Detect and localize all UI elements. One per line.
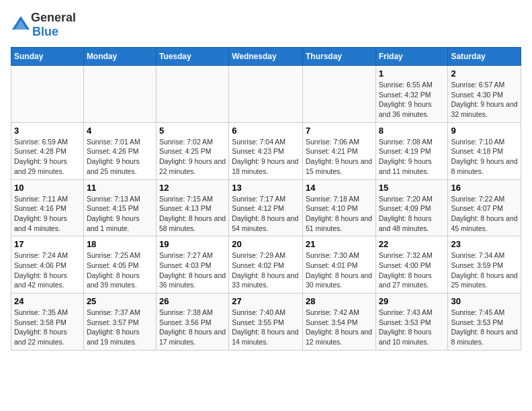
day-number: 16 xyxy=(451,183,518,193)
day-number: 26 xyxy=(159,296,226,306)
day-number: 15 xyxy=(379,183,445,193)
day-info: Sunrise: 7:27 AM Sunset: 4:03 PM Dayligh… xyxy=(159,250,226,290)
day-cell-1-7: 2Sunrise: 6:57 AM Sunset: 4:30 PM Daylig… xyxy=(448,66,521,123)
day-info: Sunrise: 7:43 AM Sunset: 3:53 PM Dayligh… xyxy=(379,308,445,347)
day-info: Sunrise: 7:18 AM Sunset: 4:10 PM Dayligh… xyxy=(306,194,373,234)
day-cell-3-3: 12Sunrise: 7:15 AM Sunset: 4:13 PM Dayli… xyxy=(156,179,228,236)
day-info: Sunrise: 6:55 AM Sunset: 4:32 PM Dayligh… xyxy=(379,80,445,120)
logo-general: General xyxy=(31,11,76,24)
day-info: Sunrise: 7:20 AM Sunset: 4:09 PM Dayligh… xyxy=(379,194,445,234)
day-info: Sunrise: 7:42 AM Sunset: 3:54 PM Dayligh… xyxy=(306,308,373,347)
day-number: 21 xyxy=(306,239,373,249)
week-row-1: 1Sunrise: 6:55 AM Sunset: 4:32 PM Daylig… xyxy=(11,66,521,123)
day-cell-5-1: 24Sunrise: 7:35 AM Sunset: 3:58 PM Dayli… xyxy=(11,293,84,351)
day-number: 29 xyxy=(379,296,445,306)
day-cell-4-7: 23Sunrise: 7:34 AM Sunset: 3:59 PM Dayli… xyxy=(448,236,521,293)
day-info: Sunrise: 7:11 AM Sunset: 4:16 PM Dayligh… xyxy=(14,194,81,234)
day-cell-3-1: 10Sunrise: 7:11 AM Sunset: 4:16 PM Dayli… xyxy=(11,179,84,236)
logo-blue: Blue xyxy=(32,25,58,38)
day-number: 8 xyxy=(379,126,445,136)
day-info: Sunrise: 7:38 AM Sunset: 3:56 PM Dayligh… xyxy=(159,308,226,347)
day-number: 27 xyxy=(232,296,300,306)
day-info: Sunrise: 7:15 AM Sunset: 4:13 PM Dayligh… xyxy=(159,194,226,234)
day-cell-3-2: 11Sunrise: 7:13 AM Sunset: 4:15 PM Dayli… xyxy=(83,179,156,236)
day-info: Sunrise: 7:32 AM Sunset: 4:00 PM Dayligh… xyxy=(379,250,445,290)
day-number: 22 xyxy=(379,239,445,249)
day-cell-2-6: 8Sunrise: 7:08 AM Sunset: 4:19 PM Daylig… xyxy=(375,122,448,179)
day-cell-1-5 xyxy=(302,66,375,123)
weekday-header-friday: Friday xyxy=(375,48,448,66)
day-number: 30 xyxy=(451,296,518,306)
week-row-3: 10Sunrise: 7:11 AM Sunset: 4:16 PM Dayli… xyxy=(11,179,521,236)
day-number: 6 xyxy=(232,126,300,136)
day-info: Sunrise: 6:57 AM Sunset: 4:30 PM Dayligh… xyxy=(451,80,518,120)
day-info: Sunrise: 7:08 AM Sunset: 4:19 PM Dayligh… xyxy=(379,137,445,177)
day-info: Sunrise: 7:29 AM Sunset: 4:02 PM Dayligh… xyxy=(232,250,300,290)
day-number: 12 xyxy=(159,183,226,193)
day-number: 20 xyxy=(232,239,300,249)
calendar-body: 1Sunrise: 6:55 AM Sunset: 4:32 PM Daylig… xyxy=(11,66,521,351)
day-info: Sunrise: 7:13 AM Sunset: 4:15 PM Dayligh… xyxy=(87,194,153,234)
day-cell-4-2: 18Sunrise: 7:25 AM Sunset: 4:05 PM Dayli… xyxy=(83,236,156,293)
day-cell-3-5: 14Sunrise: 7:18 AM Sunset: 4:10 PM Dayli… xyxy=(302,179,375,236)
day-number: 18 xyxy=(87,239,153,249)
day-info: Sunrise: 7:30 AM Sunset: 4:01 PM Dayligh… xyxy=(306,250,373,290)
day-number: 11 xyxy=(87,183,153,193)
day-cell-4-4: 20Sunrise: 7:29 AM Sunset: 4:02 PM Dayli… xyxy=(229,236,303,293)
day-cell-1-6: 1Sunrise: 6:55 AM Sunset: 4:32 PM Daylig… xyxy=(375,66,448,123)
day-info: Sunrise: 7:45 AM Sunset: 3:53 PM Dayligh… xyxy=(451,308,518,347)
day-cell-5-7: 30Sunrise: 7:45 AM Sunset: 3:53 PM Dayli… xyxy=(448,293,521,351)
day-info: Sunrise: 7:01 AM Sunset: 4:26 PM Dayligh… xyxy=(87,137,153,177)
weekday-header-tuesday: Tuesday xyxy=(156,48,228,66)
weekday-header-thursday: Thursday xyxy=(302,48,375,66)
day-cell-1-2 xyxy=(83,66,156,123)
week-row-4: 17Sunrise: 7:24 AM Sunset: 4:06 PM Dayli… xyxy=(11,236,521,293)
day-cell-4-1: 17Sunrise: 7:24 AM Sunset: 4:06 PM Dayli… xyxy=(11,236,84,293)
day-cell-5-4: 27Sunrise: 7:40 AM Sunset: 3:55 PM Dayli… xyxy=(229,293,303,351)
day-number: 9 xyxy=(451,126,518,136)
weekday-header-row: SundayMondayTuesdayWednesdayThursdayFrid… xyxy=(11,48,521,66)
day-number: 4 xyxy=(87,126,153,136)
logo: General Blue xyxy=(11,11,76,39)
day-cell-4-3: 19Sunrise: 7:27 AM Sunset: 4:03 PM Dayli… xyxy=(156,236,228,293)
day-number: 28 xyxy=(306,296,373,306)
logo-icon xyxy=(11,15,31,35)
day-number: 25 xyxy=(87,296,153,306)
day-cell-5-5: 28Sunrise: 7:42 AM Sunset: 3:54 PM Dayli… xyxy=(302,293,375,351)
day-info: Sunrise: 7:40 AM Sunset: 3:55 PM Dayligh… xyxy=(232,308,300,347)
day-info: Sunrise: 7:22 AM Sunset: 4:07 PM Dayligh… xyxy=(451,194,518,234)
day-cell-5-6: 29Sunrise: 7:43 AM Sunset: 3:53 PM Dayli… xyxy=(375,293,448,351)
day-cell-3-6: 15Sunrise: 7:20 AM Sunset: 4:09 PM Dayli… xyxy=(375,179,448,236)
day-number: 19 xyxy=(159,239,226,249)
day-info: Sunrise: 7:04 AM Sunset: 4:23 PM Dayligh… xyxy=(232,137,300,177)
day-cell-2-2: 4Sunrise: 7:01 AM Sunset: 4:26 PM Daylig… xyxy=(83,122,156,179)
day-cell-5-2: 25Sunrise: 7:37 AM Sunset: 3:57 PM Dayli… xyxy=(83,293,156,351)
day-cell-1-4 xyxy=(229,66,303,123)
day-cell-2-4: 6Sunrise: 7:04 AM Sunset: 4:23 PM Daylig… xyxy=(229,122,303,179)
day-info: Sunrise: 7:10 AM Sunset: 4:18 PM Dayligh… xyxy=(451,137,518,177)
day-number: 2 xyxy=(451,68,518,79)
day-cell-4-5: 21Sunrise: 7:30 AM Sunset: 4:01 PM Dayli… xyxy=(302,236,375,293)
day-number: 13 xyxy=(232,183,300,193)
day-info: Sunrise: 7:25 AM Sunset: 4:05 PM Dayligh… xyxy=(87,250,153,290)
day-number: 7 xyxy=(306,126,373,136)
day-number: 1 xyxy=(379,68,445,79)
day-cell-1-3 xyxy=(156,66,228,123)
day-cell-3-4: 13Sunrise: 7:17 AM Sunset: 4:12 PM Dayli… xyxy=(229,179,303,236)
day-info: Sunrise: 7:06 AM Sunset: 4:21 PM Dayligh… xyxy=(306,137,373,177)
day-info: Sunrise: 7:34 AM Sunset: 3:59 PM Dayligh… xyxy=(451,250,518,290)
day-cell-1-1 xyxy=(11,66,84,123)
day-number: 23 xyxy=(451,239,518,249)
calendar-table: SundayMondayTuesdayWednesdayThursdayFrid… xyxy=(11,47,521,351)
week-row-2: 3Sunrise: 6:59 AM Sunset: 4:28 PM Daylig… xyxy=(11,122,521,179)
week-row-5: 24Sunrise: 7:35 AM Sunset: 3:58 PM Dayli… xyxy=(11,293,521,351)
day-cell-2-7: 9Sunrise: 7:10 AM Sunset: 4:18 PM Daylig… xyxy=(448,122,521,179)
weekday-header-sunday: Sunday xyxy=(11,48,84,66)
day-info: Sunrise: 7:35 AM Sunset: 3:58 PM Dayligh… xyxy=(14,308,81,347)
day-cell-2-3: 5Sunrise: 7:02 AM Sunset: 4:25 PM Daylig… xyxy=(156,122,228,179)
day-cell-2-5: 7Sunrise: 7:06 AM Sunset: 4:21 PM Daylig… xyxy=(302,122,375,179)
weekday-header-monday: Monday xyxy=(83,48,156,66)
day-number: 17 xyxy=(14,239,81,249)
day-info: Sunrise: 6:59 AM Sunset: 4:28 PM Dayligh… xyxy=(14,137,81,177)
day-info: Sunrise: 7:24 AM Sunset: 4:06 PM Dayligh… xyxy=(14,250,81,290)
